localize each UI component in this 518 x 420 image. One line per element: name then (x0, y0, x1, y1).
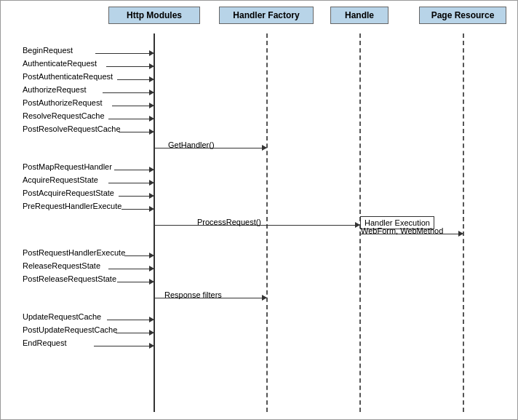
event-authorize-request: AuthorizeRequest (23, 85, 86, 94)
arrow-begin-request (95, 53, 154, 54)
header-page-resource: Page Resource (419, 7, 506, 24)
arrow-post-authorize-request (112, 106, 154, 106)
label-process-request: ProcessRequest() (197, 218, 261, 226)
event-post-update-request-cache: PostUpdateRequestCache (23, 325, 117, 334)
arrow-post-authenticate-request (117, 79, 154, 80)
event-pre-request-handler-execute: PreRequestHandlerExecute (23, 202, 121, 210)
lifeline-page-resource (463, 33, 464, 412)
event-acquire-request-state: AcquireRequestState (23, 175, 98, 184)
arrow-post-resolve-request-cache (119, 132, 154, 132)
arrow-authorize-request (103, 92, 154, 93)
label-webform-webmethod: WebForm, WebMethod (361, 226, 443, 235)
label-get-handler: GetHandler() (168, 140, 215, 149)
header-handler: Handle (330, 7, 388, 24)
diagram-container: Http Modules Handler Factory Handle Page… (0, 0, 518, 420)
event-post-authenticate-request: PostAuthenticateRequest (23, 72, 113, 81)
arrow-acquire-request-state (108, 183, 154, 183)
arrow-end-request (94, 346, 154, 346)
event-end-request: EndRequest (23, 338, 67, 347)
arrow-post-update-request-cache (116, 333, 154, 333)
event-post-release-request-state: PostReleaseRequestState (23, 274, 116, 283)
event-post-acquire-request-state: PostAcquireRequestState (23, 189, 114, 197)
arrow-post-release-request-state (117, 282, 154, 282)
event-post-map-request-handler: PostMapRequestHandler (23, 162, 112, 171)
event-release-request-state: ReleaseRequestState (23, 261, 100, 270)
event-post-authorize-request: PostAuthorizeRequest (23, 98, 102, 107)
arrow-authenticate-request (106, 66, 154, 67)
header-handler-factory: Handler Factory (219, 7, 314, 24)
event-post-resolve-request-cache: PostResolveRequestCache (23, 124, 121, 133)
event-authenticate-request: AuthenticateRequest (23, 59, 97, 68)
label-response-filters: Response filters (164, 290, 222, 299)
arrow-post-map-request-handler (114, 170, 154, 170)
arrow-post-request-handler-execute (124, 255, 154, 256)
event-post-request-handler-execute: PostRequestHandlerExecute (23, 248, 125, 257)
header-http-modules: Http Modules (108, 7, 200, 24)
arrow-update-request-cache (107, 320, 154, 320)
arrow-resolve-request-cache (108, 119, 154, 119)
event-begin-request: BeginRequest (23, 46, 73, 55)
arrow-pre-request-handler-execute (121, 209, 154, 210)
arrow-release-request-state (108, 269, 154, 269)
arrow-post-acquire-request-state (119, 196, 154, 197)
lifeline-handler-factory (266, 33, 268, 412)
event-update-request-cache: UpdateRequestCache (23, 312, 101, 321)
event-resolve-request-cache: ResolveRequestCache (23, 111, 105, 120)
